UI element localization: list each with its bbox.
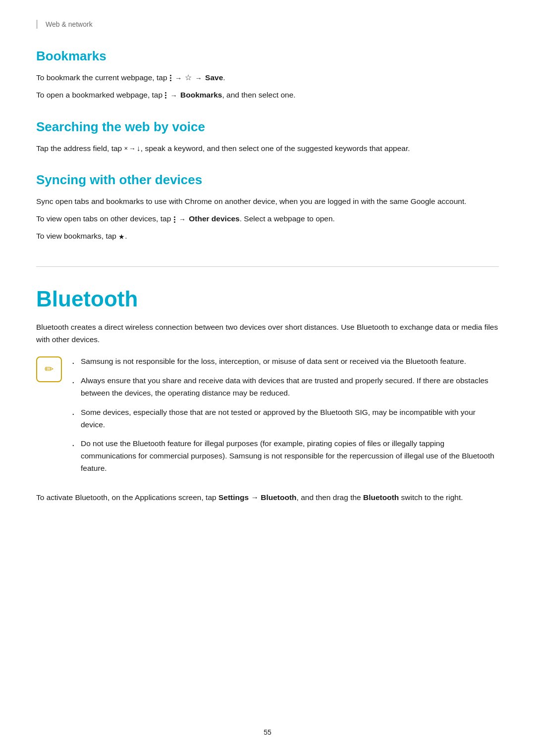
arrow-icon2: →: [195, 73, 202, 84]
sync-title: Syncing with other devices: [36, 172, 499, 188]
other-devices-bold: Other devices: [189, 214, 240, 223]
page-container: Web & network Bookmarks To bookmark the …: [0, 0, 535, 561]
pencil-icon: ✏: [45, 363, 54, 376]
settings-bold: Settings: [218, 493, 249, 502]
voice-title: Searching the web by voice: [36, 119, 499, 135]
section-divider: [36, 266, 499, 267]
page-number: 55: [0, 728, 535, 736]
bluetooth-bullets: Samsung is not responsible for the loss,…: [72, 355, 499, 481]
bluetooth-section: Bluetooth Bluetooth creates a direct wir…: [36, 287, 499, 504]
bluetooth-bold: Bluetooth: [261, 493, 296, 502]
bullet-item-4: Do not use the Bluetooth feature for ill…: [72, 438, 499, 474]
breadcrumb-text: Web & network: [46, 20, 93, 28]
menu-dots-icon: [170, 75, 171, 81]
bullet-item-1: Samsung is not responsible for the loss,…: [72, 355, 499, 368]
notice-icon-box: ✏: [36, 356, 62, 382]
bluetooth-activate: To activate Bluetooth, on the Applicatio…: [36, 492, 499, 504]
voice-section: Searching the web by voice Tap the addre…: [36, 119, 499, 155]
voice-body: Tap the address field, tap × → ↓, speak …: [36, 143, 499, 155]
notice-block: ✏ Samsung is not responsible for the los…: [36, 355, 499, 481]
mic-icon: ↓: [137, 144, 141, 152]
bluetooth-bold2: Bluetooth: [363, 493, 399, 502]
menu-dots-icon2: [165, 92, 166, 99]
arrow-icon5: →: [179, 214, 186, 225]
bookmarks-line2: To open a bookmarked webpage, tap → Book…: [36, 89, 499, 101]
sync-line2: To view open tabs on other devices, tap …: [36, 213, 499, 225]
breadcrumb: Web & network: [36, 20, 499, 29]
bookmarks-title: Bookmarks: [36, 49, 499, 64]
save-bold: Save: [205, 73, 223, 82]
bluetooth-title: Bluetooth: [36, 287, 499, 311]
star-icon: ☆: [185, 73, 192, 82]
sync-line1: Sync open tabs and bookmarks to use with…: [36, 196, 499, 208]
arrow-icon4: →: [129, 143, 136, 154]
bullet-item-2: Always ensure that you share and receive…: [72, 375, 499, 400]
sync-line3: To view bookmarks, tap ★.: [36, 230, 499, 243]
arrow-icon: →: [175, 73, 182, 84]
arrow-icon3: →: [170, 90, 177, 101]
arrow-icon6: →: [249, 493, 261, 502]
bullet-item-3: Some devices, especially those that are …: [72, 406, 499, 431]
bookmarks-line1: To bookmark the current webpage, tap → ☆…: [36, 72, 499, 84]
bookmarks-bold: Bookmarks: [180, 91, 222, 99]
star-filled-icon: ★: [118, 231, 125, 242]
bluetooth-intro: Bluetooth creates a direct wireless conn…: [36, 321, 499, 346]
sync-section: Syncing with other devices Sync open tab…: [36, 172, 499, 242]
bookmarks-section: Bookmarks To bookmark the current webpag…: [36, 49, 499, 101]
x-icon: ×: [124, 144, 128, 154]
menu-dots-icon3: [174, 216, 175, 223]
